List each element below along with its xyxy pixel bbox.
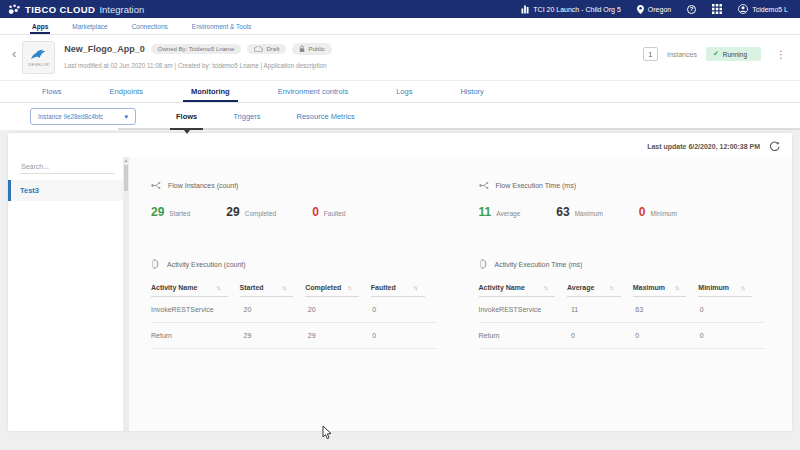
activity-count-table: Activity Name↑↓ Started↑↓ Completed↑↓ Fa… (151, 280, 437, 349)
cell-started: 20 (244, 297, 308, 322)
app-tile-label: DEVELOP (28, 62, 49, 67)
col-activity-name[interactable]: Activity Name↑↓ (151, 280, 228, 297)
sort-icon[interactable]: ↑↓ (675, 284, 679, 291)
cell-activity-name: Return (151, 323, 244, 348)
app-title: New_Flogo_App_0 (64, 44, 145, 54)
subtab-resource-metrics[interactable]: Resource Metrics (279, 103, 373, 130)
subtab-triggers[interactable]: Triggers (215, 103, 278, 130)
search-input[interactable] (20, 160, 115, 174)
stat-minimum: 0 Minimum (639, 205, 677, 219)
flow-list-item-test3[interactable]: Test3 (8, 180, 123, 201)
status-label: Running (723, 51, 747, 58)
cell-completed: 29 (308, 323, 372, 348)
stat-faulted-label: Faulted (324, 210, 346, 217)
monitoring-card: Last update 6/2/2020, 12:00:38 PM Test3 … (8, 133, 792, 431)
main-nav: Apps Marketplace Connections Environment… (0, 18, 800, 35)
activity-icon (151, 259, 161, 269)
table-row: Return 0 0 0 (479, 323, 765, 349)
col-maximum[interactable]: Maximum↑↓ (633, 280, 687, 297)
scrollbar-thumb[interactable] (124, 165, 128, 191)
refresh-icon[interactable] (769, 141, 780, 152)
monitoring-sub-bar: Instance 9e28ed8c4bfc ▾ Flows Triggers R… (0, 103, 800, 130)
flow-metric-icon (479, 181, 490, 190)
sort-icon[interactable]: ↑↓ (741, 284, 745, 291)
help-icon[interactable]: ? (687, 5, 696, 14)
brand: TIBCO CLOUD Integration (8, 4, 144, 15)
sort-icon[interactable]: ↑↓ (609, 284, 613, 291)
activity-time-table: Activity Name↑↓ Average↑↓ Maximum↑↓ Mini… (479, 280, 765, 349)
cloud-icon (254, 46, 263, 52)
activity-time-section: Activity Execution Time (ms) Activity Na… (479, 259, 765, 349)
tab-flows[interactable]: Flows (18, 81, 86, 102)
instance-count: 1 (643, 47, 658, 61)
kebab-menu-icon[interactable]: ⋮ (776, 49, 786, 60)
col-started[interactable]: Started↑↓ (240, 280, 294, 297)
sort-icon[interactable]: ↑↓ (282, 284, 286, 291)
subtab-flows-label: Flows (176, 112, 197, 121)
metrics-panel: Flow Instances (count) 29 Started 29 Com… (129, 157, 792, 431)
brand-name: TIBCO CLOUD (25, 4, 95, 15)
sort-icon[interactable]: ↑↓ (413, 284, 417, 291)
instance-dropdown-value: Instance 9e28ed8c4bfc (38, 113, 103, 120)
check-icon: ✓ (713, 50, 719, 58)
app-tab-bar: Flows Endpoints Monitoring Environment c… (0, 81, 800, 103)
top-bar: TIBCO CLOUD Integration TCI 20 Launch - … (0, 0, 800, 18)
user-label: Tcidemo5 L (752, 6, 788, 13)
last-update-label: Last update 6/2/2020, 12:00:38 PM (647, 143, 760, 150)
nav-item-marketplace[interactable]: Marketplace (60, 18, 119, 34)
cell-maximum: 63 (635, 297, 699, 322)
tab-environment-controls[interactable]: Environment controls (254, 81, 372, 102)
app-header: ‹ DEVELOP New_Flogo_App_0 Owned By: Tcid… (0, 35, 800, 81)
stat-started: 29 Started (151, 205, 190, 219)
sort-icon[interactable]: ↑↓ (216, 284, 220, 291)
cell-activity-name: Return (479, 323, 572, 348)
sidebar-scrollbar[interactable]: ▴ (123, 157, 129, 431)
flow-instances-title: Flow Instances (count) (168, 182, 238, 189)
app-meta-line: Last modified at 02 Jun 2020 11:08 am | … (64, 62, 331, 69)
sort-icon[interactable]: ↑↓ (544, 284, 548, 291)
avatar-icon (738, 4, 748, 14)
activity-icon (479, 259, 489, 269)
owned-by-badge: Owned By: Tcidemo5 Lname (151, 44, 242, 54)
nav-item-environment-tools[interactable]: Environment & Tools (180, 18, 264, 34)
stat-average-label: Average (496, 210, 520, 217)
chevron-down-icon: ▾ (124, 113, 128, 121)
tab-logs[interactable]: Logs (372, 81, 436, 102)
user-menu[interactable]: Tcidemo5 L (738, 4, 788, 14)
active-subtab-pointer (184, 130, 190, 134)
activity-count-title: Activity Execution (count) (167, 261, 246, 268)
back-chevron-icon[interactable]: ‹ (12, 47, 16, 60)
stat-completed-value: 29 (226, 205, 239, 219)
flow-metric-icon (151, 181, 162, 190)
col-minimum[interactable]: Minimum↑↓ (698, 280, 752, 297)
col-completed[interactable]: Completed↑↓ (305, 280, 359, 297)
public-badge: Public (292, 43, 331, 55)
table-row: InvokeRESTService 11 63 0 (479, 297, 765, 323)
col-faulted[interactable]: Faulted↑↓ (371, 280, 425, 297)
instance-dropdown[interactable]: Instance 9e28ed8c4bfc ▾ (30, 108, 136, 125)
org-icon (521, 5, 529, 14)
nav-item-apps[interactable]: Apps (20, 18, 60, 34)
tab-history[interactable]: History (436, 81, 507, 102)
activity-count-section: Activity Execution (count) Activity Name… (151, 259, 437, 349)
cell-activity-name: InvokeRESTService (151, 297, 244, 322)
flogo-bird-icon (30, 48, 47, 61)
public-badge-label: Public (308, 46, 324, 52)
org-selector[interactable]: TCI 20 Launch - Child Org 5 (521, 5, 621, 14)
stat-minimum-value: 0 (639, 205, 646, 219)
stat-average-value: 11 (479, 205, 492, 219)
cell-faulted: 0 (372, 297, 436, 322)
nav-item-connections[interactable]: Connections (120, 18, 180, 34)
tab-endpoints[interactable]: Endpoints (86, 81, 167, 102)
stat-maximum-label: Maximum (575, 210, 603, 217)
col-activity-name[interactable]: Activity Name↑↓ (479, 280, 556, 297)
sort-icon[interactable]: ↑↓ (347, 284, 351, 291)
subtab-flows[interactable]: Flows (158, 103, 215, 130)
stat-faulted: 0 Faulted (312, 205, 345, 219)
tab-monitoring[interactable]: Monitoring (167, 81, 254, 102)
stat-maximum: 63 Maximum (556, 205, 603, 219)
col-average[interactable]: Average↑↓ (567, 280, 621, 297)
lock-icon (299, 45, 305, 53)
app-grid-icon[interactable] (712, 4, 722, 14)
region-selector[interactable]: Oregon (637, 5, 671, 14)
